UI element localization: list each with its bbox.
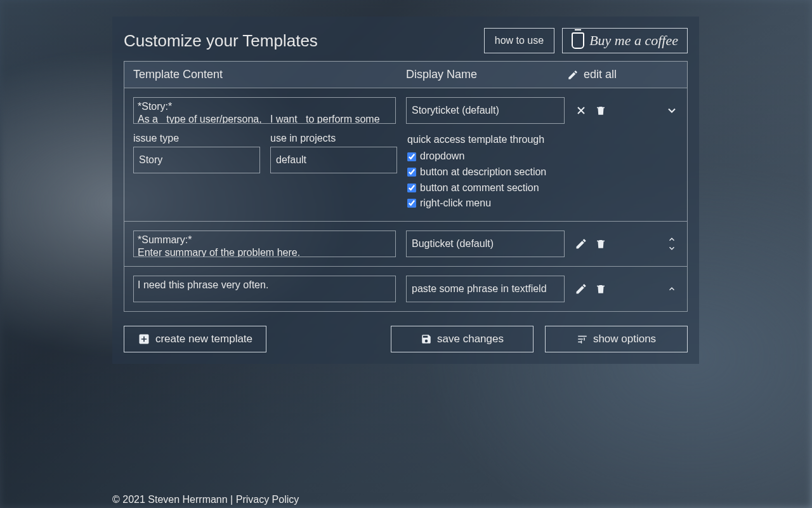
save-changes-label: save changes [437, 333, 504, 345]
checkbox-dropdown[interactable]: dropdown [407, 149, 464, 163]
trash-icon[interactable] [595, 104, 606, 117]
template-row-main [133, 97, 678, 124]
projects-field: use in projects [270, 133, 397, 173]
checkbox-button-comment[interactable]: button at comment section [407, 181, 539, 195]
spacer [278, 326, 379, 352]
issue-type-label: issue type [133, 133, 260, 144]
edit-all-button[interactable]: edit all [567, 68, 617, 81]
template-content-input[interactable] [133, 231, 396, 257]
checkbox-right-click-label: right-click menu [420, 196, 491, 210]
trash-icon[interactable] [595, 283, 606, 295]
table-header: Template Content Display Name edit all [124, 61, 688, 88]
template-row [124, 267, 688, 312]
how-to-use-button[interactable]: how to use [484, 28, 554, 53]
checkbox-button-comment-label: button at comment section [420, 181, 539, 195]
projects-input[interactable] [270, 147, 397, 173]
copyright-text: © 2021 Steven Herrmann | [112, 494, 236, 505]
pencil-icon[interactable] [575, 237, 587, 250]
create-new-template-button[interactable]: create new template [124, 326, 266, 352]
checkbox-right-click-input[interactable] [407, 199, 416, 208]
projects-label: use in projects [270, 133, 397, 144]
template-content-input[interactable] [133, 276, 396, 302]
column-header-content: Template Content [133, 68, 406, 81]
close-icon[interactable] [575, 104, 587, 117]
chevron-down-icon[interactable] [665, 104, 678, 117]
how-to-use-label: how to use [495, 35, 544, 46]
edit-all-label: edit all [584, 68, 617, 81]
create-new-template-label: create new template [155, 333, 252, 345]
privacy-link[interactable]: Privacy Policy [236, 494, 299, 505]
display-name-input[interactable] [406, 276, 565, 302]
checkbox-dropdown-label: dropdown [420, 149, 464, 163]
template-row-detail: issue type use in projects quick access … [133, 133, 678, 212]
settings-panel: Customize your Templates how to use Buy … [112, 17, 699, 364]
page-title: Customize your Templates [124, 31, 476, 51]
quick-access-label: quick access template through [407, 133, 678, 147]
pencil-icon[interactable] [575, 283, 587, 295]
row-actions [575, 231, 678, 257]
row-actions [575, 97, 678, 124]
plus-box-icon [138, 333, 150, 345]
checkbox-button-comment-input[interactable] [407, 184, 416, 192]
checkbox-dropdown-input[interactable] [407, 152, 416, 161]
issue-type-field: issue type [133, 133, 260, 173]
checkbox-right-click[interactable]: right-click menu [407, 196, 491, 210]
buy-me-a-coffee-button[interactable]: Buy me a coffee [562, 28, 688, 53]
display-name-input[interactable] [406, 97, 565, 124]
issue-type-input[interactable] [133, 147, 260, 173]
row-actions [575, 276, 678, 302]
checkbox-button-description[interactable]: button at description section [407, 165, 546, 179]
template-row: issue type use in projects quick access … [124, 88, 688, 222]
page-footer: © 2021 Steven Herrmann | Privacy Policy [112, 491, 299, 508]
save-changes-button[interactable]: save changes [391, 326, 534, 352]
chevron-up-icon[interactable] [665, 284, 678, 293]
display-name-input[interactable] [406, 231, 565, 257]
chevron-up-icon[interactable] [665, 235, 678, 244]
save-icon [421, 333, 432, 345]
coffee-icon [572, 32, 584, 49]
show-options-label: show options [593, 333, 656, 345]
checkbox-button-description-label: button at description section [420, 165, 546, 179]
show-options-button[interactable]: show options [545, 326, 688, 352]
quick-access-field: quick access template through dropdown b… [407, 133, 678, 212]
pencil-icon [567, 69, 579, 81]
panel-header: Customize your Templates how to use Buy … [124, 28, 688, 53]
trash-icon[interactable] [595, 237, 606, 250]
chevron-down-icon[interactable] [665, 244, 678, 253]
buy-me-a-coffee-label: Buy me a coffee [589, 32, 678, 49]
template-row [124, 222, 688, 267]
tune-icon [577, 333, 588, 345]
template-content-input[interactable] [133, 97, 396, 124]
column-header-display-name: Display Name [406, 68, 567, 81]
footer-actions: create new template save changes show op… [124, 326, 688, 352]
checkbox-button-description-input[interactable] [407, 168, 416, 177]
template-row-main [133, 276, 678, 302]
template-row-main [133, 231, 678, 257]
